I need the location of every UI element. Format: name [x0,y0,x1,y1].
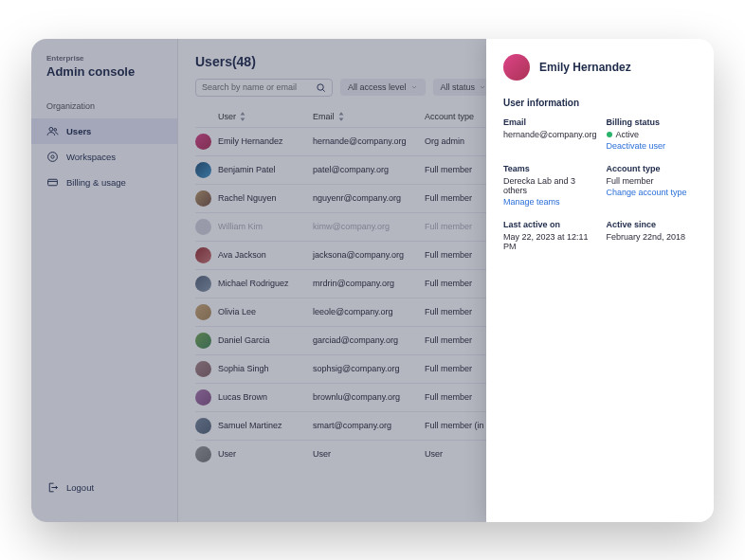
cell-email: garciad@company.org [313,335,425,345]
field-active-since: Active since February 22nd, 2018 [607,220,697,251]
cell-email: hernande@company.org [313,136,425,146]
avatar [195,304,211,320]
app-window: Enterprise Admin console Organization Us… [31,39,714,522]
field-label: Active since [607,220,697,229]
enterprise-label: Enterprise [31,54,177,63]
console-title: Admin console [31,63,177,92]
status-dot-icon [607,132,612,137]
cell-user: William Kim [218,222,313,231]
panel-user-name: Emily Hernandez [539,61,631,74]
field-teams: Teams Derecka Lab and 3 others Manage te… [503,164,597,207]
billing-icon [46,176,59,189]
field-label: Teams [503,164,597,173]
field-value: Derecka Lab and 3 others [503,176,597,195]
cell-email: patel@company.org [313,165,425,174]
field-last-active: Last active on May 22, 2023 at 12:11 PM [503,220,597,251]
field-email: Email hernande@company.org [503,117,597,151]
field-label: Account type [607,164,697,173]
search-input-wrap[interactable] [195,79,333,97]
svg-point-0 [49,127,53,131]
panel-header: Emily Hernandez [503,54,697,81]
avatar [195,219,211,235]
logout-label: Logout [66,482,94,493]
avatar [195,134,211,150]
cell-user: Olivia Lee [218,307,313,316]
field-value: Active [607,130,697,139]
filter-label: All access level [348,82,407,92]
avatar [503,54,530,81]
cell-email: leeole@company.org [313,307,425,316]
cell-user: Rachel Nguyen [218,193,313,203]
sidebar-section: Organization [31,92,177,118]
svg-rect-4 [48,179,58,186]
filter-status[interactable]: All status [433,79,495,96]
cell-user: Sophia Singh [218,364,313,373]
avatar [195,446,211,462]
deactivate-user-link[interactable]: Deactivate user [607,141,666,151]
cell-email: nguyenr@company.org [313,193,425,203]
col-header-email[interactable]: Email [313,112,425,121]
avatar [195,247,211,263]
field-value: February 22nd, 2018 [607,232,697,242]
sidebar: Enterprise Admin console Organization Us… [31,39,178,522]
users-icon [46,125,59,137]
chevron-down-icon [410,83,418,91]
logout-icon [46,481,59,494]
sidebar-item-label: Users [66,126,91,136]
cell-email: kimw@company.org [313,222,425,231]
filter-label: All status [441,82,476,92]
info-grid: Email hernande@company.org Billing statu… [503,117,697,251]
panel-section-title: User information [503,98,697,108]
sidebar-item-label: Billing & usage [66,177,126,188]
avatar [195,190,211,207]
sidebar-item-workspaces[interactable]: Workspaces [31,144,177,170]
svg-point-1 [54,128,57,131]
logout-button[interactable]: Logout [31,475,177,507]
col-header-user[interactable]: User [218,112,313,121]
sidebar-item-label: Workspaces [66,152,116,162]
workspaces-icon [46,151,59,163]
sidebar-item-users[interactable]: Users [31,118,177,144]
cell-email: jacksona@company.org [313,250,425,260]
cell-email: sophsig@company.org [313,364,425,373]
search-icon [316,82,326,93]
cell-email: mrdrin@company.org [313,279,425,288]
svg-point-3 [51,154,54,157]
manage-teams-link[interactable]: Manage teams [503,197,560,207]
field-label: Last active on [503,220,597,229]
field-value: Full member [607,176,697,186]
sort-icon [337,112,345,121]
cell-email: brownlu@company.org [313,392,425,402]
cell-user: Benjamin Patel [218,165,313,174]
cell-email: smart@company.org [313,421,425,430]
avatar [195,361,211,377]
cell-user: Michael Rodriguez [218,279,313,288]
search-input[interactable] [202,82,316,92]
avatar [195,162,211,178]
svg-point-2 [48,152,58,161]
field-account-type: Account type Full member Change account … [607,164,697,207]
user-detail-panel: Emily Hernandez User information Email h… [486,39,714,522]
cell-user: Lucas Brown [218,392,313,402]
avatar [195,418,211,434]
chevron-down-icon [479,83,486,91]
sidebar-item-billing[interactable]: Billing & usage [31,170,177,195]
field-value: May 22, 2023 at 12:11 PM [503,232,597,251]
change-account-type-link[interactable]: Change account type [607,188,687,197]
cell-user: Emily Hernandez [218,136,313,146]
cell-email: User [313,449,425,459]
cell-user: Ava Jackson [218,250,313,260]
cell-user: User [218,449,313,459]
filter-access-level[interactable]: All access level [340,79,426,96]
field-value: hernande@company.org [503,130,597,139]
avatar [195,276,211,292]
field-billing-status: Billing status Active Deactivate user [607,117,697,151]
field-label: Email [503,117,597,127]
cell-user: Samuel Martinez [218,421,313,430]
field-label: Billing status [607,117,697,127]
svg-point-5 [318,83,323,89]
avatar [195,389,211,406]
cell-user: Daniel Garcia [218,335,313,345]
avatar [195,333,211,349]
sort-icon [239,112,246,121]
